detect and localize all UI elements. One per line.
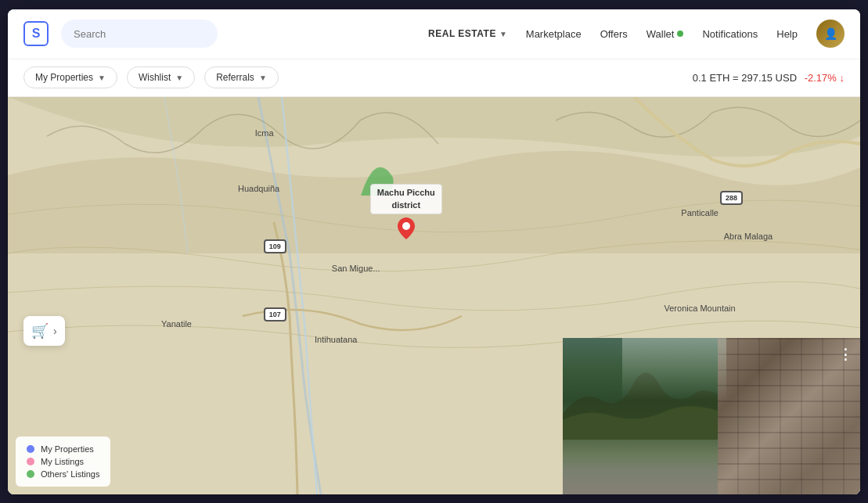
- photo-image: [563, 338, 860, 494]
- nav-real-estate[interactable]: REAL ESTATE ▼: [428, 28, 507, 39]
- route-marker-107: 107: [264, 307, 286, 322]
- referrals-chevron-icon: ▼: [259, 74, 267, 82]
- location-label: Machu Picchu district: [370, 184, 442, 214]
- photo-overlay: ⋮: [563, 338, 860, 494]
- my-properties-chevron-icon: ▼: [98, 74, 106, 82]
- user-avatar[interactable]: 👤: [816, 20, 845, 48]
- sky-area: [622, 338, 726, 401]
- legend-dot-my-properties: [27, 445, 34, 453]
- legend-item-my-properties: My Properties: [27, 444, 99, 454]
- route-marker-109: 109: [264, 239, 286, 253]
- wallet-status-dot: [677, 31, 683, 37]
- legend-item-my-listings: My Listings: [27, 457, 99, 466]
- wishlist-dropdown[interactable]: Wishlist ▼: [127, 66, 195, 88]
- photo-more-button[interactable]: ⋮: [838, 346, 852, 363]
- nav-help[interactable]: Help: [776, 28, 798, 40]
- eth-display: 0.1 ETH = 297.15 USD -2.17% ↓: [693, 72, 845, 84]
- legend-item-others-listings: Others' Listings: [27, 469, 99, 479]
- svg-point-1: [402, 222, 410, 230]
- cart-expand-icon: ›: [53, 325, 57, 337]
- legend-dot-my-listings: [27, 458, 34, 465]
- cart-icon: 🛒: [31, 322, 49, 340]
- cart-panel[interactable]: 🛒 ›: [23, 316, 65, 346]
- eth-change-indicator: -2.17% ↓: [805, 72, 845, 84]
- wishlist-chevron-icon: ▼: [175, 74, 183, 82]
- referrals-dropdown[interactable]: Referrals ▼: [204, 66, 279, 88]
- top-nav: S REAL ESTATE ▼ Marketplace Offers Walle…: [8, 9, 860, 59]
- location-pin-group: Machu Picchu district: [370, 184, 442, 239]
- nav-links: REAL ESTATE ▼ Marketplace Offers Wallet …: [428, 20, 845, 48]
- map-pin: [398, 217, 415, 239]
- nav-notifications[interactable]: Notifications: [702, 28, 758, 40]
- browser-window: S REAL ESTATE ▼ Marketplace Offers Walle…: [8, 9, 860, 494]
- nav-wallet[interactable]: Wallet: [646, 28, 684, 40]
- my-properties-dropdown[interactable]: My Properties ▼: [23, 66, 117, 88]
- search-input[interactable]: [61, 20, 218, 48]
- nav-marketplace[interactable]: Marketplace: [526, 28, 582, 40]
- sub-nav-left: My Properties ▼ Wishlist ▼ Referrals ▼: [23, 66, 279, 88]
- real-estate-arrow-icon: ▼: [499, 30, 507, 38]
- nav-offers[interactable]: Offers: [600, 28, 628, 40]
- app-logo[interactable]: S: [23, 21, 49, 46]
- route-marker-288: 288: [720, 191, 743, 205]
- legend-panel: My Properties My Listings Others' Listin…: [16, 437, 110, 487]
- map-container[interactable]: Icma Huadquiña San Migue... Yanatile Int…: [8, 97, 860, 494]
- legend-dot-others-listings: [27, 470, 34, 478]
- sub-nav: My Properties ▼ Wishlist ▼ Referrals ▼ 0…: [8, 59, 860, 97]
